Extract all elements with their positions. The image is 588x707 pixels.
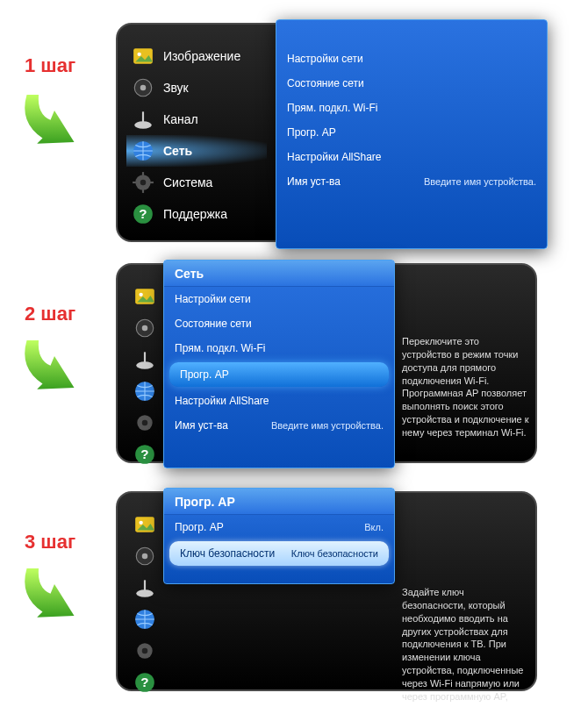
sidebar-item-sound[interactable]: Звук [126, 72, 267, 104]
picture-icon [132, 283, 158, 310]
svg-text:?: ? [140, 675, 148, 689]
submenu-item-device-name[interactable]: Имя уст-ва Введите имя устройства. [276, 169, 547, 194]
sound-icon [130, 75, 156, 101]
svg-point-34 [142, 648, 148, 654]
sidebar-item-channel[interactable] [126, 572, 163, 603]
sidebar-item-label: Система [163, 175, 212, 189]
submenu-item-network-status[interactable]: Состояние сети [164, 311, 394, 336]
sidebar-item-network[interactable]: Сеть [126, 135, 267, 167]
sidebar-item-label: Канал [163, 112, 198, 126]
description-text: Переключите это устройство в режим точки… [402, 335, 530, 439]
svg-rect-10 [142, 189, 144, 193]
step1-label: 1 шаг [25, 54, 75, 77]
svg-rect-9 [142, 172, 144, 175]
softap-submenu: Прогр. AP Прогр. AP Вкл. Ключ безопаснос… [163, 488, 395, 584]
svg-point-29 [142, 553, 148, 560]
submenu-item-allshare[interactable]: Настройки AllShare [276, 145, 547, 169]
sidebar-item-system[interactable]: Система [126, 167, 267, 198]
arrow-icon [7, 79, 86, 158]
submenu-header: Сеть [164, 261, 394, 287]
arrow-icon [7, 553, 86, 632]
channel-icon [130, 106, 156, 132]
network-submenu: Настройки сети Состояние сети Прям. подк… [276, 19, 548, 249]
support-icon: ? [132, 441, 158, 468]
sidebar-item-support[interactable]: ? [126, 667, 163, 698]
svg-rect-20 [144, 352, 146, 365]
sidebar-item-label: Звук [163, 81, 189, 95]
panel-step1: Изображение Звук Канал Сеть Система ? По… [116, 23, 537, 242]
svg-point-8 [140, 180, 147, 186]
network-submenu: Сеть Настройки сети Состояние сети Прям.… [163, 260, 395, 468]
sound-icon [132, 543, 158, 569]
sound-icon [132, 315, 158, 341]
sidebar-item-picture[interactable] [126, 509, 163, 540]
sidebar-item-picture[interactable] [126, 281, 163, 312]
submenu-item-device-name[interactable]: Имя уст-ва Введите имя устройства. [164, 413, 394, 438]
support-icon: ? [130, 201, 156, 227]
submenu-item-security-key[interactable]: Ключ безопасности Ключ безопасности [169, 541, 389, 566]
panel-step3: ? Прогр. AP Прогр. AP Вкл. Ключ безопасн… [116, 491, 537, 691]
device-name-value: Введите имя устройства. [271, 420, 384, 431]
svg-point-18 [142, 325, 148, 332]
sidebar-item-channel[interactable] [126, 344, 163, 375]
submenu-header: Прогр. AP [164, 489, 394, 515]
main-sidebar: Изображение Звук Канал Сеть Система ? По… [126, 40, 267, 225]
picture-icon [130, 43, 156, 69]
sidebar-item-sound[interactable] [126, 540, 163, 572]
sidebar-item-network[interactable] [126, 375, 163, 407]
network-icon [132, 378, 158, 404]
svg-point-23 [142, 420, 148, 426]
sidebar-item-sound[interactable] [126, 312, 163, 344]
main-sidebar-collapsed: ? [126, 281, 163, 446]
submenu-item-soft-ap[interactable]: Прогр. AP [276, 120, 547, 145]
submenu-item-soft-ap[interactable]: Прогр. AP [169, 362, 389, 387]
submenu-item-allshare[interactable]: Настройки AllShare [164, 389, 394, 413]
svg-rect-5 [142, 111, 144, 125]
svg-rect-11 [133, 182, 136, 183]
picture-icon [132, 511, 158, 538]
svg-text:?: ? [139, 206, 147, 221]
svg-text:?: ? [140, 446, 148, 461]
network-icon [132, 606, 158, 632]
gear-icon [132, 638, 158, 664]
soft-ap-value: Вкл. [364, 522, 384, 532]
gear-icon [132, 410, 158, 436]
panel-step2: ? Сеть Настройки сети Состояние сети Пря… [116, 263, 537, 463]
channel-icon [132, 575, 158, 601]
submenu-item-wifi-direct[interactable]: Прям. подкл. Wi-Fi [276, 96, 547, 120]
submenu-item-wifi-direct[interactable]: Прям. подкл. Wi-Fi [164, 336, 394, 361]
support-icon: ? [132, 669, 158, 696]
svg-point-1 [138, 53, 141, 56]
sidebar-item-label: Поддержка [163, 207, 227, 221]
sidebar-item-channel[interactable]: Канал [126, 104, 267, 135]
arrow-icon [7, 325, 86, 403]
sidebar-item-system[interactable] [126, 635, 163, 667]
sidebar-item-support[interactable]: ? Поддержка [126, 198, 267, 230]
description-text: Задайте ключ безопасности, который необх… [402, 586, 530, 703]
device-name-value: Введите имя устройства. [424, 176, 536, 187]
submenu-item-network-status[interactable]: Состояние сети [276, 71, 547, 96]
sidebar-item-support[interactable]: ? [126, 439, 163, 470]
sidebar-item-system[interactable] [126, 407, 163, 439]
gear-icon [130, 169, 156, 196]
main-sidebar-collapsed: ? [126, 509, 163, 674]
svg-point-16 [140, 293, 143, 296]
svg-rect-31 [144, 580, 146, 593]
sidebar-item-network[interactable] [126, 603, 163, 635]
sidebar-item-label: Сеть [163, 144, 192, 158]
network-icon [130, 138, 156, 164]
submenu-item-network-settings[interactable]: Настройки сети [276, 46, 547, 71]
security-key-value: Ключ безопасности [291, 548, 378, 559]
step2-label: 2 шаг [25, 303, 75, 325]
svg-point-27 [140, 521, 143, 525]
svg-point-3 [140, 85, 147, 91]
step3-label: 3 шаг [25, 531, 75, 553]
sidebar-item-picture[interactable]: Изображение [126, 40, 267, 72]
submenu-item-network-settings[interactable]: Настройки сети [164, 287, 394, 311]
sidebar-item-label: Изображение [163, 49, 240, 63]
svg-rect-12 [150, 182, 154, 183]
channel-icon [132, 346, 158, 373]
submenu-item-soft-ap-toggle[interactable]: Прогр. AP Вкл. [164, 515, 394, 539]
